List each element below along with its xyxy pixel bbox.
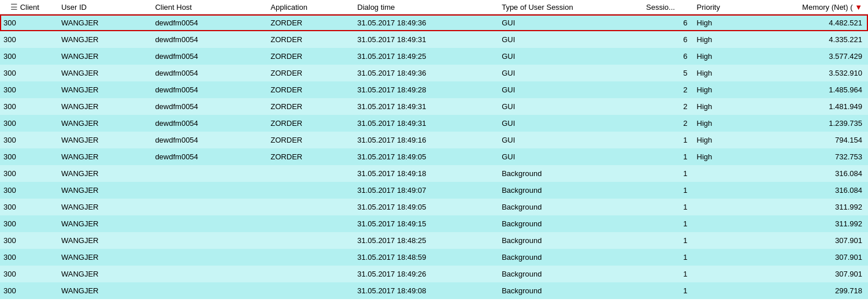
cell-session: 6 [643, 14, 693, 31]
table-row[interactable]: 300WANGJERdewdfm0054ZORDER31.05.2017 18:… [0, 48, 868, 65]
cell-session: 6 [643, 48, 693, 65]
cell-memory: 1.239.735 [758, 115, 868, 132]
col-header-typesession[interactable]: Type of User Session [498, 0, 643, 14]
cell-priority [693, 249, 758, 266]
cell-priority: High [693, 132, 758, 148]
cell-session: 1 [643, 249, 693, 266]
cell-memory: 4.482.521 [758, 14, 868, 31]
table-row[interactable]: 300WANGJER31.05.2017 18:49:05Background1… [0, 199, 868, 215]
cell-memory: 307.901 [758, 266, 868, 282]
cell-application [267, 282, 354, 299]
table-row[interactable]: 300WANGJERdewdfm0054ZORDER31.05.2017 18:… [0, 132, 868, 148]
cell-memory: 316.084 [758, 165, 868, 182]
col-header-priority[interactable]: Priority [693, 0, 758, 14]
cell-dialogtime: 31.05.2017 18:49:08 [354, 282, 498, 299]
col-header-userid[interactable]: User ID [58, 0, 151, 14]
cell-userid: WANGJER [58, 282, 151, 299]
cell-userid: WANGJER [58, 165, 151, 182]
cell-clienthost [151, 165, 267, 182]
cell-application [267, 232, 354, 249]
table-row[interactable]: 300WANGJER31.05.2017 18:49:18Background1… [0, 165, 868, 182]
cell-memory: 316.084 [758, 182, 868, 199]
table-row[interactable]: 300WANGJER31.05.2017 18:49:07Background1… [0, 182, 868, 199]
cell-dialogtime: 31.05.2017 18:49:31 [354, 31, 498, 48]
cell-clienthost [151, 249, 267, 266]
cell-client: 300 [0, 282, 58, 299]
data-table: ☰ Client User ID Client Host Application… [0, 0, 868, 299]
cell-memory: 1.485.964 [758, 81, 868, 98]
cell-dialogtime: 31.05.2017 18:49:15 [354, 215, 498, 232]
cell-client: 300 [0, 65, 58, 81]
cell-userid: WANGJER [58, 65, 151, 81]
cell-dialogtime: 31.05.2017 18:49:05 [354, 148, 498, 165]
cell-session: 5 [643, 65, 693, 81]
col-clienthost-label: Client Host [155, 3, 192, 12]
cell-priority [693, 232, 758, 249]
cell-typesession: GUI [498, 31, 643, 48]
cell-userid: WANGJER [58, 14, 151, 31]
cell-session: 1 [643, 182, 693, 199]
table-row[interactable]: 300WANGJERdewdfm0054ZORDER31.05.2017 18:… [0, 148, 868, 165]
cell-typesession: Background [498, 232, 643, 249]
cell-clienthost [151, 182, 267, 199]
cell-typesession: GUI [498, 14, 643, 31]
cell-session: 1 [643, 199, 693, 215]
table-row[interactable]: 300WANGJER31.05.2017 18:49:08Background1… [0, 282, 868, 299]
cell-application [267, 199, 354, 215]
cell-client: 300 [0, 266, 58, 282]
cell-dialogtime: 31.05.2017 18:49:18 [354, 165, 498, 182]
cell-memory: 311.992 [758, 215, 868, 232]
table-row[interactable]: 300WANGJER31.05.2017 18:48:59Background1… [0, 249, 868, 266]
col-header-session[interactable]: Sessio... [643, 0, 693, 14]
cell-session: 6 [643, 31, 693, 48]
cell-userid: WANGJER [58, 48, 151, 65]
cell-clienthost: dewdfm0054 [151, 14, 267, 31]
table-row[interactable]: 300WANGJER31.05.2017 18:49:15Background1… [0, 215, 868, 232]
cell-session: 1 [643, 132, 693, 148]
cell-userid: WANGJER [58, 31, 151, 48]
cell-session: 1 [643, 232, 693, 249]
col-header-dialogtime[interactable]: Dialog time [354, 0, 498, 14]
cell-typesession: Background [498, 165, 643, 182]
cell-client: 300 [0, 81, 58, 98]
cell-priority: High [693, 115, 758, 132]
table-row[interactable]: 300WANGJER31.05.2017 18:48:25Background1… [0, 232, 868, 249]
cell-clienthost: dewdfm0054 [151, 65, 267, 81]
cell-session: 1 [643, 266, 693, 282]
cell-memory: 299.718 [758, 282, 868, 299]
table-row[interactable]: 300WANGJER31.05.2017 18:49:26Background1… [0, 266, 868, 282]
cell-memory: 3.577.429 [758, 48, 868, 65]
table-row[interactable]: 300WANGJERdewdfm0054ZORDER31.05.2017 18:… [0, 98, 868, 115]
cell-typesession: GUI [498, 81, 643, 98]
cell-userid: WANGJER [58, 115, 151, 132]
table-row[interactable]: 300WANGJERdewdfm0054ZORDER31.05.2017 18:… [0, 31, 868, 48]
cell-userid: WANGJER [58, 81, 151, 98]
cell-userid: WANGJER [58, 98, 151, 115]
cell-dialogtime: 31.05.2017 18:49:26 [354, 266, 498, 282]
cell-application [267, 266, 354, 282]
cell-priority: High [693, 48, 758, 65]
col-header-memory[interactable]: Memory (Net) ( ▼ [758, 0, 868, 14]
col-header-client[interactable]: ☰ Client [0, 0, 58, 14]
cell-clienthost: dewdfm0054 [151, 81, 267, 98]
table-row[interactable]: 300WANGJERdewdfm0054ZORDER31.05.2017 18:… [0, 115, 868, 132]
col-header-application[interactable]: Application [267, 0, 354, 14]
table-body: 300WANGJERdewdfm0054ZORDER31.05.2017 18:… [0, 14, 868, 299]
cell-client: 300 [0, 182, 58, 199]
cell-session: 1 [643, 165, 693, 182]
cell-dialogtime: 31.05.2017 18:49:28 [354, 81, 498, 98]
table-row[interactable]: 300WANGJERdewdfm0054ZORDER31.05.2017 18:… [0, 65, 868, 81]
table-row[interactable]: 300WANGJERdewdfm0054ZORDER31.05.2017 18:… [0, 14, 868, 31]
table-icon: ☰ [10, 2, 18, 12]
cell-client: 300 [0, 132, 58, 148]
cell-typesession: Background [498, 199, 643, 215]
cell-userid: WANGJER [58, 232, 151, 249]
sort-indicator-icon: ▼ [855, 3, 862, 12]
cell-client: 300 [0, 249, 58, 266]
cell-client: 300 [0, 148, 58, 165]
cell-priority: High [693, 98, 758, 115]
table-row[interactable]: 300WANGJERdewdfm0054ZORDER31.05.2017 18:… [0, 81, 868, 98]
cell-memory: 1.481.949 [758, 98, 868, 115]
cell-dialogtime: 31.05.2017 18:49:16 [354, 132, 498, 148]
col-header-clienthost[interactable]: Client Host [151, 0, 267, 14]
